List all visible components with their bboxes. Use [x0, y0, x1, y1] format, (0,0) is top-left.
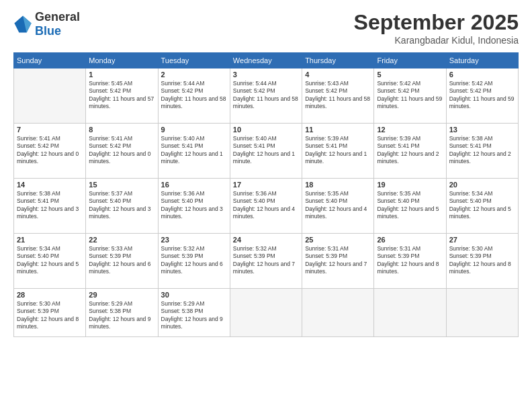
day-number: 19 — [377, 181, 443, 189]
calendar-cell — [374, 289, 446, 337]
day-info: Sunrise: 5:34 AMSunset: 5:40 PMDaylight:… — [17, 245, 83, 276]
day-info: Sunrise: 5:29 AMSunset: 5:38 PMDaylight:… — [89, 300, 154, 331]
day-number: 13 — [449, 126, 515, 134]
day-info: Sunrise: 5:38 AMSunset: 5:41 PMDaylight:… — [449, 135, 515, 166]
day-info: Sunrise: 5:29 AMSunset: 5:38 PMDaylight:… — [161, 300, 227, 331]
logo: General Blue — [13, 10, 80, 38]
day-number: 1 — [89, 71, 154, 79]
day-info: Sunrise: 5:43 AMSunset: 5:42 PMDaylight:… — [305, 80, 371, 111]
day-number: 11 — [305, 126, 371, 134]
calendar-cell: 17Sunrise: 5:36 AMSunset: 5:40 PMDayligh… — [230, 179, 302, 234]
calendar-cell — [302, 289, 374, 337]
day-number: 14 — [17, 181, 83, 189]
day-number: 8 — [89, 126, 154, 134]
day-info: Sunrise: 5:33 AMSunset: 5:39 PMDaylight:… — [89, 245, 154, 276]
day-info: Sunrise: 5:30 AMSunset: 5:39 PMDaylight:… — [17, 300, 83, 331]
week-row-5: 28Sunrise: 5:30 AMSunset: 5:39 PMDayligh… — [14, 289, 519, 337]
day-number: 30 — [161, 291, 227, 299]
day-number: 21 — [17, 236, 83, 244]
calendar-cell: 22Sunrise: 5:33 AMSunset: 5:39 PMDayligh… — [86, 234, 158, 289]
week-row-2: 7Sunrise: 5:41 AMSunset: 5:42 PMDaylight… — [14, 124, 519, 179]
day-number: 7 — [17, 126, 83, 134]
day-info: Sunrise: 5:40 AMSunset: 5:41 PMDaylight:… — [161, 135, 227, 166]
day-info: Sunrise: 5:35 AMSunset: 5:40 PMDaylight:… — [377, 190, 443, 221]
day-info: Sunrise: 5:37 AMSunset: 5:40 PMDaylight:… — [89, 190, 154, 221]
day-header-thursday: Thursday — [302, 53, 374, 68]
days-header-row: SundayMondayTuesdayWednesdayThursdayFrid… — [14, 53, 519, 68]
calendar-cell: 16Sunrise: 5:36 AMSunset: 5:40 PMDayligh… — [158, 179, 230, 234]
calendar-cell: 3Sunrise: 5:44 AMSunset: 5:42 PMDaylight… — [230, 68, 302, 124]
day-info: Sunrise: 5:44 AMSunset: 5:42 PMDaylight:… — [233, 80, 299, 111]
day-number: 27 — [449, 236, 515, 244]
logo-general-text: General — [35, 10, 80, 24]
week-row-1: 1Sunrise: 5:45 AMSunset: 5:42 PMDaylight… — [14, 68, 519, 124]
calendar-cell: 24Sunrise: 5:32 AMSunset: 5:39 PMDayligh… — [230, 234, 302, 289]
day-number: 15 — [89, 181, 154, 189]
calendar-cell: 1Sunrise: 5:45 AMSunset: 5:42 PMDaylight… — [86, 68, 158, 124]
page: General Blue September 2025 Karangbadar … — [0, 0, 532, 411]
calendar-cell: 30Sunrise: 5:29 AMSunset: 5:38 PMDayligh… — [158, 289, 230, 337]
day-number: 10 — [233, 126, 299, 134]
day-number: 22 — [89, 236, 154, 244]
calendar-cell: 23Sunrise: 5:32 AMSunset: 5:39 PMDayligh… — [158, 234, 230, 289]
day-info: Sunrise: 5:36 AMSunset: 5:40 PMDaylight:… — [161, 190, 227, 221]
day-header-sunday: Sunday — [14, 53, 86, 68]
calendar-cell: 2Sunrise: 5:44 AMSunset: 5:42 PMDaylight… — [158, 68, 230, 124]
header: General Blue September 2025 Karangbadar … — [13, 10, 519, 46]
calendar-cell: 26Sunrise: 5:31 AMSunset: 5:39 PMDayligh… — [374, 234, 446, 289]
day-number: 24 — [233, 236, 299, 244]
calendar-cell: 9Sunrise: 5:40 AMSunset: 5:41 PMDaylight… — [158, 124, 230, 179]
day-number: 28 — [17, 291, 83, 299]
day-info: Sunrise: 5:32 AMSunset: 5:39 PMDaylight:… — [161, 245, 227, 276]
calendar-cell: 25Sunrise: 5:31 AMSunset: 5:39 PMDayligh… — [302, 234, 374, 289]
calendar-cell: 13Sunrise: 5:38 AMSunset: 5:41 PMDayligh… — [446, 124, 518, 179]
day-header-wednesday: Wednesday — [230, 53, 302, 68]
day-info: Sunrise: 5:44 AMSunset: 5:42 PMDaylight:… — [161, 80, 227, 111]
calendar-cell — [446, 289, 518, 337]
day-number: 29 — [89, 291, 154, 299]
day-info: Sunrise: 5:38 AMSunset: 5:41 PMDaylight:… — [17, 190, 83, 221]
day-info: Sunrise: 5:32 AMSunset: 5:39 PMDaylight:… — [233, 245, 299, 276]
day-number: 16 — [161, 181, 227, 189]
day-info: Sunrise: 5:42 AMSunset: 5:42 PMDaylight:… — [449, 80, 515, 111]
calendar-cell: 29Sunrise: 5:29 AMSunset: 5:38 PMDayligh… — [86, 289, 158, 337]
calendar-cell: 8Sunrise: 5:41 AMSunset: 5:42 PMDaylight… — [86, 124, 158, 179]
calendar-cell: 19Sunrise: 5:35 AMSunset: 5:40 PMDayligh… — [374, 179, 446, 234]
calendar-cell: 27Sunrise: 5:30 AMSunset: 5:39 PMDayligh… — [446, 234, 518, 289]
day-header-friday: Friday — [374, 53, 446, 68]
calendar-table: SundayMondayTuesdayWednesdayThursdayFrid… — [13, 52, 519, 337]
day-number: 9 — [161, 126, 227, 134]
day-number: 25 — [305, 236, 371, 244]
calendar-cell: 11Sunrise: 5:39 AMSunset: 5:41 PMDayligh… — [302, 124, 374, 179]
location: Karangbadar Kidul, Indonesia — [354, 35, 519, 46]
day-info: Sunrise: 5:34 AMSunset: 5:40 PMDaylight:… — [449, 190, 515, 221]
day-number: 3 — [233, 71, 299, 79]
calendar-cell: 28Sunrise: 5:30 AMSunset: 5:39 PMDayligh… — [14, 289, 86, 337]
day-info: Sunrise: 5:31 AMSunset: 5:39 PMDaylight:… — [377, 245, 443, 276]
day-number: 2 — [161, 71, 227, 79]
calendar-cell: 5Sunrise: 5:42 AMSunset: 5:42 PMDaylight… — [374, 68, 446, 124]
day-number: 12 — [377, 126, 443, 134]
calendar-cell: 7Sunrise: 5:41 AMSunset: 5:42 PMDaylight… — [14, 124, 86, 179]
day-number: 26 — [377, 236, 443, 244]
day-info: Sunrise: 5:40 AMSunset: 5:41 PMDaylight:… — [233, 135, 299, 166]
logo-blue-text: Blue — [35, 24, 61, 38]
calendar-cell: 15Sunrise: 5:37 AMSunset: 5:40 PMDayligh… — [86, 179, 158, 234]
day-header-tuesday: Tuesday — [158, 53, 230, 68]
day-info: Sunrise: 5:41 AMSunset: 5:42 PMDaylight:… — [17, 135, 83, 166]
day-header-saturday: Saturday — [446, 53, 518, 68]
day-number: 4 — [305, 71, 371, 79]
calendar-cell: 12Sunrise: 5:39 AMSunset: 5:41 PMDayligh… — [374, 124, 446, 179]
calendar-cell: 21Sunrise: 5:34 AMSunset: 5:40 PMDayligh… — [14, 234, 86, 289]
day-info: Sunrise: 5:35 AMSunset: 5:40 PMDaylight:… — [305, 190, 371, 221]
calendar-cell: 14Sunrise: 5:38 AMSunset: 5:41 PMDayligh… — [14, 179, 86, 234]
title-section: September 2025 Karangbadar Kidul, Indone… — [354, 10, 519, 46]
day-number: 23 — [161, 236, 227, 244]
day-info: Sunrise: 5:30 AMSunset: 5:39 PMDaylight:… — [449, 245, 515, 276]
calendar-cell — [14, 68, 86, 124]
calendar-cell: 4Sunrise: 5:43 AMSunset: 5:42 PMDaylight… — [302, 68, 374, 124]
day-number: 5 — [377, 71, 443, 79]
day-number: 18 — [305, 181, 371, 189]
day-info: Sunrise: 5:39 AMSunset: 5:41 PMDaylight:… — [377, 135, 443, 166]
day-info: Sunrise: 5:31 AMSunset: 5:39 PMDaylight:… — [305, 245, 371, 276]
